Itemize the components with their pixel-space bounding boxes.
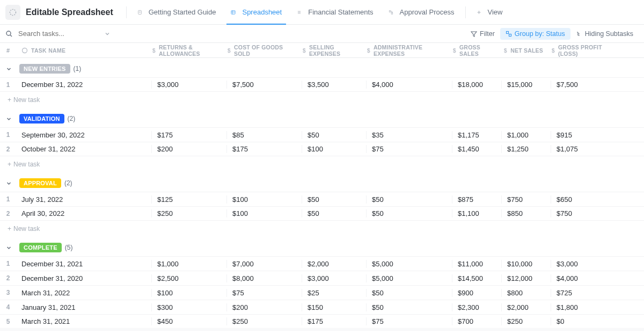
cell-selling[interactable]: $3,500 [302, 81, 366, 89]
status-badge[interactable]: VALIDATION [19, 114, 64, 124]
task-name-cell[interactable]: July 31, 2022 [16, 195, 151, 204]
cell-net-sales[interactable]: $1,250 [501, 145, 551, 153]
cell-gross-sales[interactable]: $1,450 [452, 145, 501, 153]
status-badge[interactable]: COMPLETE [19, 243, 62, 252]
cell-returns[interactable]: $125 [151, 195, 226, 204]
chevron-down-icon[interactable] [4, 243, 13, 252]
task-name-cell[interactable]: October 31, 2022 [16, 145, 151, 153]
cell-admin[interactable]: $50 [366, 209, 452, 217]
cell-net-sales[interactable]: $12,000 [501, 274, 551, 282]
col-header-admin[interactable]: $ADMINISTRATIVE EXPENSES [366, 44, 452, 57]
cell-admin[interactable]: $50 [366, 303, 452, 311]
col-header-gross-profit[interactable]: $GROSS PROFIT (LOSS) [551, 44, 615, 57]
task-name-cell[interactable]: December 31, 2020 [16, 274, 151, 282]
cell-gross-sales[interactable]: $14,500 [452, 274, 501, 282]
group-header[interactable]: VALIDATION(2) [0, 110, 644, 127]
cell-returns[interactable]: $2,500 [151, 274, 226, 282]
task-name-cell[interactable]: December 31, 2022 [16, 81, 151, 89]
table-row[interactable]: 2October 31, 2022$200$175$100$75$1,450$1… [0, 142, 644, 156]
cell-gross-sales[interactable]: $18,000 [452, 81, 501, 89]
cell-gross-profit[interactable]: $650 [551, 195, 615, 204]
group-header[interactable]: COMPLETE(5) [0, 239, 644, 256]
cell-cogs[interactable]: $7,500 [226, 81, 302, 89]
cell-gross-profit[interactable]: $1,075 [551, 145, 615, 153]
cell-gross-profit[interactable]: $725 [551, 289, 615, 297]
cell-admin[interactable]: $35 [366, 131, 452, 139]
new-task-button[interactable]: New task [0, 157, 644, 171]
col-header-gross-sales[interactable]: $GROSS SALES [452, 44, 501, 57]
cell-net-sales[interactable]: $250 [501, 317, 551, 325]
cell-returns[interactable]: $450 [151, 317, 226, 325]
cell-cogs[interactable]: $250 [226, 317, 302, 325]
cell-net-sales[interactable]: $2,000 [501, 303, 551, 311]
col-header-selling[interactable]: $SELLING EXPENSES [302, 44, 366, 57]
cell-net-sales[interactable]: $15,000 [501, 81, 551, 89]
cell-selling[interactable]: $175 [302, 317, 366, 325]
cell-selling[interactable]: $50 [302, 195, 366, 204]
cell-returns[interactable]: $300 [151, 303, 226, 311]
cell-cogs[interactable]: $200 [226, 303, 302, 311]
chevron-down-icon[interactable] [4, 114, 13, 123]
cell-gross-profit[interactable]: $3,000 [551, 260, 615, 268]
group-header[interactable]: NEW ENTRIES(1) [0, 60, 644, 77]
groupby-button[interactable]: Group by: Status [500, 28, 570, 40]
col-header-num[interactable]: # [0, 47, 16, 54]
cell-net-sales[interactable]: $750 [501, 195, 551, 204]
cell-returns[interactable]: $250 [151, 209, 226, 217]
cell-gross-sales[interactable]: $700 [452, 317, 501, 325]
task-name-cell[interactable]: March 31, 2021 [16, 317, 151, 325]
cell-returns[interactable]: $100 [151, 289, 226, 297]
table-row[interactable]: 1July 31, 2022$125$100$50$50$875$750$650 [0, 192, 644, 206]
cell-admin[interactable]: $4,000 [366, 81, 452, 89]
chevron-down-icon[interactable] [4, 64, 13, 73]
cell-returns[interactable]: $175 [151, 131, 226, 139]
cell-gross-profit[interactable]: $1,800 [551, 303, 615, 311]
task-name-cell[interactable]: September 30, 2022 [16, 131, 151, 139]
cell-gross-sales[interactable]: $1,175 [452, 131, 501, 139]
group-header[interactable]: APPROVAL(2) [0, 175, 644, 192]
table-row[interactable]: 3March 31, 2022$100$75$25$50$900$800$725 [0, 285, 644, 300]
tab-spreadsheet[interactable]: Spreadsheet [223, 0, 289, 25]
cell-cogs[interactable]: $100 [226, 209, 302, 217]
cell-cogs[interactable]: $85 [226, 131, 302, 139]
cell-selling[interactable]: $50 [302, 209, 366, 217]
col-header-task-name[interactable]: TASK NAME [16, 47, 151, 54]
tab-financial-statements[interactable]: Financial Statements [289, 0, 380, 25]
cell-selling[interactable]: $50 [302, 131, 366, 139]
cell-returns[interactable]: $1,000 [151, 260, 226, 268]
col-header-returns[interactable]: $RETURNS & ALLOWANCES [151, 44, 226, 57]
search-box[interactable] [5, 27, 113, 40]
cell-selling[interactable]: $150 [302, 303, 366, 311]
new-task-button[interactable]: New task [0, 93, 644, 107]
cell-gross-sales[interactable]: $11,000 [452, 260, 501, 268]
task-name-cell[interactable]: January 31, 2021 [16, 303, 151, 311]
cell-gross-sales[interactable]: $875 [452, 195, 501, 204]
cell-admin[interactable]: $75 [366, 145, 452, 153]
cell-net-sales[interactable]: $10,000 [501, 260, 551, 268]
cell-cogs[interactable]: $8,000 [226, 274, 302, 282]
cell-gross-profit[interactable]: $7,500 [551, 81, 615, 89]
cell-admin[interactable]: $50 [366, 195, 452, 204]
table-row[interactable]: 1December 31, 2022$3,000$7,500$3,500$4,0… [0, 77, 644, 92]
cell-gross-profit[interactable]: $915 [551, 131, 615, 139]
status-badge[interactable]: APPROVAL [19, 178, 61, 188]
task-name-cell[interactable]: April 30, 2022 [16, 209, 151, 217]
cell-net-sales[interactable]: $800 [501, 289, 551, 297]
cell-admin[interactable]: $5,000 [366, 260, 452, 268]
hiding-subtasks-button[interactable]: Hiding Subtasks [570, 28, 639, 40]
task-name-cell[interactable]: March 31, 2022 [16, 289, 151, 297]
table-row[interactable]: 1December 31, 2021$1,000$7,000$2,000$5,0… [0, 256, 644, 271]
col-header-cogs[interactable]: $COST OF GOODS SOLD [226, 44, 302, 57]
cell-admin[interactable]: $50 [366, 289, 452, 297]
cell-cogs[interactable]: $175 [226, 145, 302, 153]
new-task-button[interactable]: New task [0, 222, 644, 236]
cell-selling[interactable]: $25 [302, 289, 366, 297]
table-row[interactable]: 2April 30, 2022$250$100$50$50$1,100$850$… [0, 206, 644, 221]
cell-admin[interactable]: $75 [366, 317, 452, 325]
cell-gross-sales[interactable]: $900 [452, 289, 501, 297]
cell-cogs[interactable]: $100 [226, 195, 302, 204]
table-row[interactable]: 4January 31, 2021$300$200$150$50$2,300$2… [0, 300, 644, 314]
cell-gross-profit[interactable]: $750 [551, 209, 615, 217]
cell-returns[interactable]: $3,000 [151, 81, 226, 89]
cell-selling[interactable]: $2,000 [302, 260, 366, 268]
